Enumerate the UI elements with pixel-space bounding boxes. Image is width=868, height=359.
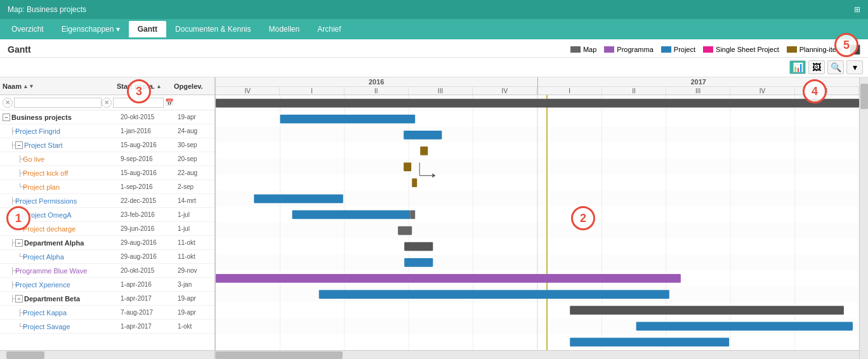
svg-rect-47 — [570, 338, 729, 347]
tab-overzicht[interactable]: Overzicht — [3, 21, 53, 37]
connector-plan: └─ — [18, 183, 23, 190]
quarter-2016-i: I — [280, 87, 344, 95]
tab-documenten[interactable]: Documenten & Kennis — [166, 21, 260, 37]
row-project-kappa[interactable]: ├─ Project Kappa 7-aug-2017 19-apr — [0, 306, 214, 320]
toolbar-btn-dropdown[interactable]: ▾ — [846, 60, 863, 74]
naam-project-permissions[interactable]: Project Permissions — [15, 197, 77, 205]
end-department-alpha: 11-okt — [176, 239, 214, 246]
filter-calendar-icon[interactable]: 📅 — [165, 98, 174, 107]
gantt-title: Gantt — [8, 44, 31, 55]
naam-project-savage[interactable]: Project Savage — [23, 323, 70, 330]
svg-rect-38 — [292, 211, 410, 219]
row-go-live[interactable]: ├─ Go live 9-sep-2016 20-sep — [0, 152, 214, 166]
svg-rect-42 — [404, 258, 433, 267]
toolbar-btn-chart[interactable]: 📊 — [789, 60, 806, 74]
expand-dept-alpha[interactable]: − — [15, 239, 23, 247]
row-department-alpha[interactable]: ├─ − Department Alpha 29-aug-2016 11-okt — [0, 236, 214, 250]
connector-blue-wave: ├─ — [10, 267, 15, 274]
end-project-kappa: 19-apr — [176, 309, 214, 316]
legend-map: Map — [570, 46, 596, 53]
svg-rect-13 — [216, 127, 859, 143]
row-programme-blue-wave[interactable]: ├─ Programme Blue Wave 20-okt-2015 29-no… — [0, 264, 214, 278]
naam-sort-icon[interactable]: ▲▼ — [23, 83, 34, 89]
start-programme-blue-wave: 20-okt-2015 — [119, 267, 176, 274]
row-project-permissions[interactable]: ├─ Project Permissions 22-dec-2015 14-mr… — [0, 194, 214, 208]
expand-dept-beta[interactable]: − — [15, 295, 23, 303]
svg-rect-21 — [216, 254, 859, 270]
connector-alpha: └─ — [18, 253, 23, 260]
tab-archief[interactable]: Archief — [308, 21, 350, 37]
naam-project-decharge[interactable]: Project decharge — [23, 225, 76, 233]
expand-business-projects[interactable]: − — [3, 114, 10, 121]
legend-project-color — [661, 46, 671, 53]
end-project-plan: 2-sep — [176, 183, 214, 190]
legend-programma-color — [604, 46, 614, 53]
expand-project-start[interactable]: − — [15, 141, 23, 149]
connector-golive: ├─ — [18, 155, 23, 162]
start-department-alpha: 29-aug-2016 — [119, 239, 176, 246]
tab-gantt[interactable]: Gantt — [129, 21, 166, 37]
left-panel-scrollbar[interactable] — [0, 350, 214, 359]
v-scrollbar-thumb[interactable] — [860, 84, 868, 109]
row-project-fingrid[interactable]: ├─ Project Fingrid 1-jan-2016 24-aug — [0, 124, 214, 138]
row-project-xperience[interactable]: ├─ Project Xperience 1-apr-2016 3-jan — [0, 278, 214, 292]
naam-project-fingrid[interactable]: Project Fingrid — [15, 127, 60, 135]
connector-dept-beta: ├─ — [10, 295, 15, 302]
row-department-beta[interactable]: ├─ − Department Beta 1-apr-2017 19-apr — [0, 292, 214, 306]
filter-clear-start[interactable]: ✕ — [102, 98, 112, 108]
app-container: Map: Business projects ⊞ Overzicht Eigen… — [0, 0, 868, 359]
row-project-omega[interactable]: ├─ − Project OmegA 23-feb-2016 1-jul — [0, 208, 214, 222]
row-project-decharge[interactable]: └─ Project decharge 29-jun-2016 1-jul — [0, 222, 214, 236]
naam-project-kickoff[interactable]: Project kick off — [23, 169, 68, 177]
title-bar: Map: Business projects ⊞ — [0, 0, 868, 19]
end-go-live: 20-sep — [176, 155, 214, 162]
row-business-projects[interactable]: − Business projects 20-okt-2015 19-apr — [0, 110, 214, 124]
svg-rect-30 — [404, 131, 442, 140]
naam-project-xperience[interactable]: Project Xperience — [15, 281, 70, 289]
start-project-xperience: 1-apr-2016 — [119, 281, 176, 288]
row-project-start[interactable]: ├─ − Project Start 15-aug-2016 30-sep — [0, 138, 214, 152]
naam-go-live[interactable]: Go live — [23, 155, 44, 163]
quarter-2016-ii: II — [345, 87, 409, 95]
naam-programme-blue-wave[interactable]: Programme Blue Wave — [15, 267, 87, 275]
vertical-scrollbar[interactable] — [859, 77, 868, 359]
toolbar-btn-image[interactable]: 🖼 — [808, 60, 825, 74]
row-project-savage[interactable]: └─ Project Savage 1-apr-2017 1-okt — [0, 320, 214, 334]
svg-rect-29 — [280, 115, 415, 124]
end-project-permissions: 14-mrt — [176, 197, 214, 204]
col-headers: Naam ▲▼ Start gepla. ▲ Opgelev. — [0, 77, 214, 95]
chart-horizontal-scrollbar[interactable] — [216, 350, 859, 359]
col-opgelev-header: Opgelev. — [174, 82, 212, 90]
tab-eigenschappen[interactable]: Eigenschappen ▾ — [53, 21, 129, 37]
toolbar-btn-zoom[interactable]: 🔍 — [827, 60, 844, 74]
svg-rect-44 — [319, 290, 669, 299]
svg-rect-35 — [404, 162, 411, 171]
filter-clear-naam[interactable]: ✕ — [3, 98, 13, 108]
tab-modellen[interactable]: Modellen — [260, 21, 309, 37]
svg-rect-28 — [216, 99, 859, 108]
naam-project-omega[interactable]: Project OmegA — [24, 211, 72, 219]
end-project-fingrid: 24-aug — [176, 127, 214, 134]
row-project-kickoff[interactable]: ├─ Project kick off 15-aug-2016 22-aug — [0, 166, 214, 180]
svg-rect-46 — [636, 322, 853, 330]
gantt-svg — [216, 95, 859, 350]
naam-project-start[interactable]: Project Start — [24, 141, 63, 149]
svg-rect-16 — [216, 175, 859, 191]
left-scrollbar-thumb[interactable] — [6, 351, 44, 359]
row-project-alpha[interactable]: └─ Project Alpha 29-aug-2016 11-okt — [0, 250, 214, 264]
row-project-plan[interactable]: └─ Project plan 1-sep-2016 2-sep — [0, 180, 214, 194]
naam-project-kappa[interactable]: Project Kappa — [23, 309, 67, 317]
start-go-live: 9-sep-2016 — [119, 155, 176, 162]
naam-project-plan[interactable]: Project plan — [23, 183, 60, 191]
svg-rect-43 — [216, 274, 681, 283]
chart-scrollbar-thumb[interactable] — [216, 351, 343, 359]
filter-naam-input[interactable] — [14, 98, 102, 108]
connector-permissions: ├─ — [10, 197, 15, 204]
tree-rows: − Business projects 20-okt-2015 19-apr ├… — [0, 110, 214, 350]
legend-single-sheet-color — [703, 46, 713, 53]
svg-rect-14 — [216, 143, 859, 159]
svg-rect-36 — [412, 178, 417, 187]
start-sort-icon[interactable]: ▲ — [156, 83, 162, 89]
naam-project-alpha[interactable]: Project Alpha — [23, 253, 64, 261]
legend-map-label: Map — [583, 46, 596, 53]
